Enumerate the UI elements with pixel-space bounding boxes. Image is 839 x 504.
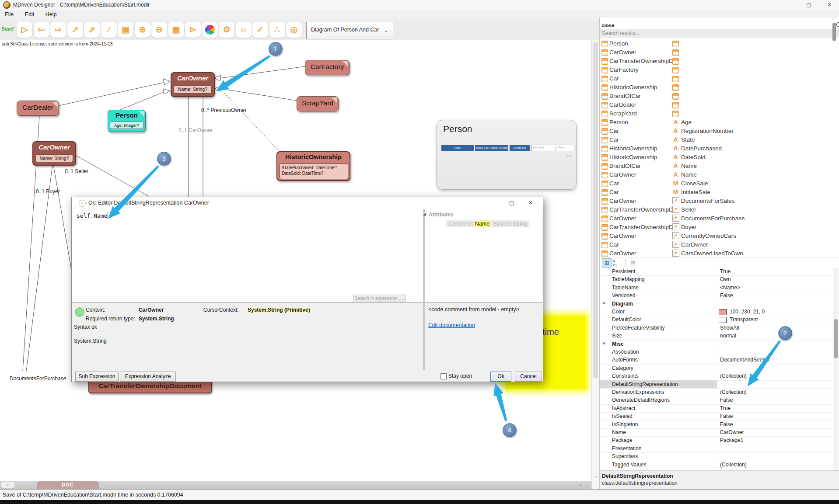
property-row[interactable]: AutoFormsDocumentAndSeeker — [600, 356, 839, 364]
dashed-line-icon[interactable]: ∕ — [101, 22, 117, 38]
property-row[interactable]: VersionedFalse — [600, 292, 839, 299]
class-car-owner-main[interactable]: CarOwner Name: String? — [171, 72, 215, 97]
form-age-field[interactable]: Age (Text) — [531, 145, 555, 151]
frame-select-icon[interactable]: ▣ — [118, 22, 133, 38]
gears-icon[interactable]: ⚙ — [219, 22, 234, 38]
canvas-horizontal-scrollbar[interactable]: ‹ DOC › — [0, 481, 591, 489]
property-value-cell[interactable] — [717, 364, 832, 372]
sidebar-close-button[interactable]: close — [601, 23, 614, 28]
search-in-expression-button[interactable]: Search in expression .... — [353, 295, 406, 302]
property-row[interactable]: Association — [600, 348, 839, 356]
search-result-row[interactable]: Car↱CarOwner — [600, 240, 839, 249]
form-delete-button[interactable]: Delete Me — [510, 145, 530, 151]
graph-nodes-icon[interactable]: ∴ — [269, 22, 285, 38]
property-row[interactable]: TableMappingOwn — [600, 275, 839, 283]
search-result-row[interactable]: BrandOfCarAName — [600, 162, 839, 170]
property-value-cell[interactable]: (Collection) — [717, 388, 832, 396]
zoom-in-icon[interactable]: ⊕ — [135, 22, 150, 38]
search-results-input[interactable]: Search results... — [600, 29, 839, 38]
sub-expression-button[interactable]: Sub Expression — [75, 372, 119, 382]
attribute-entry[interactable]: CarOwner.Name: System.String — [446, 220, 529, 227]
list-scrollbar-thumb[interactable] — [832, 23, 836, 41]
search-result-row[interactable]: CarOwner↱CarsOwnerUsedToOwn — [600, 249, 839, 257]
grid-scrollbar-thumb[interactable] — [834, 319, 838, 358]
property-value-cell[interactable]: (Collection) — [717, 372, 832, 380]
form-add-car-button[interactable]: Add A Car I Used To Own — [475, 145, 508, 151]
search-result-row[interactable]: HistoricOwnershipADateSold — [600, 153, 839, 162]
property-value-cell[interactable]: False — [717, 421, 832, 429]
menu-file[interactable]: File — [0, 10, 18, 19]
menu-help[interactable]: Help — [41, 10, 62, 19]
search-result-row[interactable]: CarTransferOwnershipDoc — [600, 57, 839, 66]
property-row[interactable]: Constraints(Collection) — [600, 372, 839, 380]
search-result-row[interactable]: CarOwner↱DocumentsForSales — [600, 197, 839, 205]
association-line-icon[interactable]: ↗ — [67, 22, 83, 38]
dialog-titlebar[interactable]: ✓ Ocl Editor DefaultStringRepresentation… — [72, 197, 543, 209]
stay-open-checkbox[interactable] — [440, 373, 447, 379]
sort-alphabetical-icon[interactable]: AZ↓ — [613, 258, 622, 267]
property-row[interactable]: Category — [600, 364, 839, 372]
maximize-icon[interactable]: ▢ — [503, 197, 521, 209]
property-value-cell[interactable] — [717, 348, 832, 356]
grid-scrollbar-track[interactable] — [833, 268, 839, 470]
form-name-field[interactable]: Name — [557, 145, 574, 151]
person-key-icon[interactable]: ☺ — [236, 22, 252, 38]
property-value-cell[interactable]: normal — [717, 332, 832, 340]
search-result-row[interactable]: HistoricOwnership — [600, 83, 839, 92]
search-result-row[interactable]: CarMInitiateSale — [600, 188, 839, 197]
property-row[interactable]: DefaultColorTransparent — [600, 316, 839, 323]
search-result-row[interactable]: ScrapYard — [600, 109, 839, 118]
property-value-cell[interactable]: True — [717, 268, 832, 276]
property-row[interactable]: Color100, 230, 21, 0 — [600, 308, 839, 316]
class-historic-ownership[interactable]: HistoricOwnership /DatePurchased: DateTi… — [276, 151, 350, 181]
chevron-down-icon[interactable]: ˅ — [602, 341, 605, 346]
property-value-cell[interactable] — [717, 380, 832, 389]
doc-tab[interactable]: DOC — [37, 481, 99, 489]
search-result-row[interactable]: CarARegistrationNumber — [600, 127, 839, 136]
scroll-up-icon[interactable]: ⌃ — [592, 476, 600, 480]
ocl-expression-text[interactable]: self.Name — [77, 212, 108, 219]
form-save-button[interactable]: Save — [441, 145, 474, 151]
property-value-cell[interactable]: ShowAll — [717, 324, 832, 332]
search-result-row[interactable]: CarFactory — [600, 66, 839, 74]
property-value-cell[interactable]: 100, 230, 21, 0 — [717, 308, 832, 316]
property-value-cell[interactable]: True — [717, 404, 832, 413]
property-row[interactable]: Sizenormal — [600, 332, 839, 340]
arrow-forward-icon[interactable]: ⇨ — [50, 22, 66, 38]
close-icon[interactable]: ✕ — [522, 197, 539, 209]
property-row[interactable]: Presentation — [600, 445, 839, 452]
search-result-row[interactable]: CarOwner — [600, 48, 839, 57]
person-form-preview[interactable]: Person Save Add A Car I Used To Own Dele… — [437, 120, 577, 190]
property-value-cell[interactable]: Own — [717, 275, 832, 284]
property-row[interactable]: DefaultStringRepresentation — [600, 380, 839, 388]
property-value-cell[interactable]: False — [717, 292, 832, 300]
search-result-row[interactable]: Person — [600, 39, 839, 48]
property-row[interactable]: GenerateDefaultRegionsFalse — [600, 396, 839, 404]
search-result-row[interactable]: PersonAAge — [600, 118, 839, 127]
property-row[interactable]: DerivationExpressions(Collection) — [600, 388, 839, 396]
attributes-header[interactable]: ◢Attributes — [429, 212, 454, 218]
property-row[interactable]: IsSingletonFalse — [600, 421, 839, 428]
cancel-button[interactable]: Cancel — [515, 372, 542, 382]
canvas-vertical-scrollbar[interactable]: ⌃ — [591, 40, 600, 489]
class-car-factory[interactable]: CarFactory — [305, 60, 350, 75]
property-row[interactable]: PersistentTrue — [600, 268, 839, 275]
window-grid-icon[interactable]: ▦ — [168, 22, 184, 38]
search-result-row[interactable]: CarOwner↱DocumentsForPurchase — [600, 214, 839, 223]
scroll-right-icon[interactable]: › — [580, 482, 582, 487]
search-result-row[interactable]: BrandOfCar — [600, 92, 839, 101]
validate-check-icon[interactable]: ✓ — [252, 22, 268, 38]
property-value-cell[interactable]: False — [717, 396, 832, 404]
search-result-row[interactable]: CarTransferOwnershipDoc↱Buyer — [600, 223, 839, 232]
property-row[interactable]: PickedFeatureVisibilityShowAll — [600, 324, 839, 332]
property-row[interactable]: TableName<Name> — [600, 284, 839, 292]
ok-button[interactable]: Ok — [490, 372, 511, 382]
menu-edit[interactable]: Edit — [20, 10, 39, 19]
search-result-row[interactable]: CarOwnerAName — [600, 170, 839, 179]
search-result-row[interactable]: CarMCloseSale — [600, 179, 839, 188]
property-row[interactable]: NameCarOwner — [600, 428, 839, 436]
scrollbar-thumb[interactable] — [593, 42, 598, 379]
play-icon[interactable]: ▷ — [17, 22, 32, 38]
property-value-cell[interactable] — [717, 452, 832, 461]
property-category-row[interactable]: ˅Misc — [600, 340, 839, 348]
